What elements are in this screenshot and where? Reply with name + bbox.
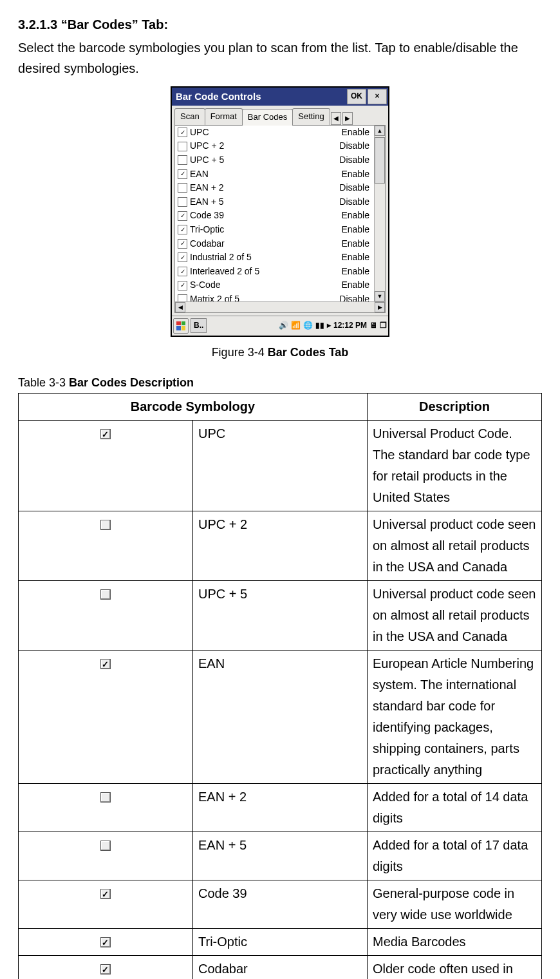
row-checkbox-cell: [19, 651, 193, 784]
row-checkbox-cell: [19, 581, 193, 651]
row-description: Added for a total of 17 data digits: [368, 832, 542, 880]
row-checkbox-cell: [19, 956, 193, 979]
tab-scroll-left-icon[interactable]: ◀: [331, 112, 341, 125]
tab-scan[interactable]: Scan: [174, 108, 205, 125]
symbology-name: Interleaved 2 of 5: [190, 265, 259, 278]
checkbox-icon[interactable]: ✓: [178, 225, 187, 234]
scroll-left-icon[interactable]: ◀: [175, 302, 185, 312]
header-symbology: Barcode Symbology: [19, 394, 368, 421]
row-checkbox-cell: [19, 832, 193, 880]
row-checkbox-cell: [19, 421, 193, 511]
row-checkbox-cell: [19, 784, 193, 832]
checkbox-icon[interactable]: ✓: [178, 239, 187, 249]
clock[interactable]: 12:12 PM: [333, 319, 367, 332]
checkbox-icon[interactable]: [178, 142, 187, 151]
symbology-row[interactable]: ✓S-CodeEnable: [175, 278, 385, 292]
ok-button[interactable]: OK: [347, 89, 366, 104]
row-description: Universal Product Code. The standard bar…: [368, 421, 542, 511]
checkbox-icon[interactable]: [178, 197, 187, 207]
symbology-row[interactable]: ✓UPCEnable: [175, 126, 385, 140]
scroll-down-icon[interactable]: ▼: [375, 291, 385, 301]
symbology-name: UPC + 5: [190, 154, 224, 167]
checkbox-icon: [100, 889, 111, 899]
tab-scroll-right-icon[interactable]: ▶: [342, 112, 353, 125]
volume-icon[interactable]: 🔊: [279, 319, 288, 332]
row-description: General-purpose code in very wide use wo…: [368, 880, 542, 929]
start-button[interactable]: [173, 318, 189, 334]
checkbox-icon[interactable]: ✓: [178, 128, 187, 137]
row-symbology: EAN: [193, 651, 368, 784]
symbology-row[interactable]: ✓CodabarEnable: [175, 237, 385, 251]
checkbox-icon[interactable]: ✓: [178, 281, 187, 290]
table-row: UPC + 2Universal product code seen on al…: [19, 511, 542, 581]
symbology-name: EAN + 2: [190, 182, 224, 195]
windows-flag-icon: [176, 321, 185, 330]
figure-caption-bold: Bar Codes Tab: [268, 346, 349, 359]
symbology-row[interactable]: ✓Industrial 2 of 5Enable: [175, 251, 385, 265]
taskbar-app-button[interactable]: B..: [191, 318, 207, 333]
symbology-name: Industrial 2 of 5: [190, 251, 252, 264]
scroll-right-icon[interactable]: ▶: [375, 302, 385, 312]
desktop-icon[interactable]: 🖥: [369, 319, 377, 332]
symbology-row[interactable]: ✓Tri-OpticEnable: [175, 223, 385, 237]
row-symbology: EAN + 2: [193, 784, 368, 832]
symbology-row[interactable]: UPC + 2Disable: [175, 139, 385, 153]
checkbox-icon: [100, 659, 111, 669]
tab-setting[interactable]: Setting: [292, 108, 330, 125]
horizontal-scrollbar[interactable]: ◀ ▶: [175, 301, 385, 312]
network-icon[interactable]: 🌐: [303, 319, 313, 332]
signal-icon[interactable]: 📶: [291, 319, 301, 332]
vertical-scrollbar[interactable]: ▲ ▼: [374, 126, 385, 301]
symbology-row[interactable]: ✓Code 39Enable: [175, 209, 385, 223]
symbology-list-frame: ✓UPCEnableUPC + 2DisableUPC + 5Disable✓E…: [174, 125, 386, 313]
row-symbology: EAN + 5: [193, 832, 368, 880]
checkbox-icon: [100, 589, 111, 600]
symbology-row[interactable]: ✓EANEnable: [175, 167, 385, 182]
symbology-row[interactable]: EAN + 2Disable: [175, 181, 385, 195]
table-caption: Table 3-3 Bar Codes Description: [18, 374, 542, 392]
symbology-list[interactable]: ✓UPCEnableUPC + 2DisableUPC + 5Disable✓E…: [175, 126, 385, 301]
window-title: Bar Code Controls: [176, 89, 347, 104]
checkbox-icon: [100, 841, 111, 851]
table-row: EAN + 2Added for a total of 14 data digi…: [19, 784, 542, 832]
close-button[interactable]: ×: [368, 89, 387, 104]
table-row: CodabarOlder code often used in library …: [19, 956, 542, 979]
table-row: UPCUniversal Product Code. The standard …: [19, 421, 542, 511]
taskbar: B.. 🔊 📶 🌐 ▮▮ ▸ 12:12 PM 🖥 ❐: [172, 316, 388, 336]
row-checkbox-cell: [19, 929, 193, 956]
table-caption-prefix: Table 3-3: [18, 376, 69, 389]
battery-icon[interactable]: ▮▮: [315, 319, 324, 332]
checkbox-icon[interactable]: [178, 155, 187, 165]
windows-icon[interactable]: ❐: [380, 319, 387, 332]
barcode-controls-window: Bar Code Controls OK × ScanFormatBar Cod…: [171, 86, 389, 337]
tab-format[interactable]: Format: [205, 108, 243, 125]
row-symbology: Tri-Optic: [193, 929, 368, 956]
symbology-name: UPC + 2: [190, 140, 224, 153]
symbology-name: Codabar: [190, 238, 225, 251]
checkbox-icon[interactable]: [178, 183, 187, 193]
checkbox-icon[interactable]: ✓: [178, 267, 187, 276]
symbology-name: S-Code: [190, 279, 220, 292]
row-symbology: UPC + 2: [193, 511, 368, 581]
checkbox-icon[interactable]: ✓: [178, 252, 187, 262]
symbology-name: UPC: [190, 126, 209, 139]
scroll-up-icon[interactable]: ▲: [375, 126, 385, 136]
table-row: Tri-OpticMedia Barcodes: [19, 929, 542, 956]
symbology-name: EAN: [190, 168, 209, 181]
checkbox-icon[interactable]: [178, 294, 187, 301]
window-titlebar: Bar Code Controls OK ×: [172, 88, 388, 106]
symbology-row[interactable]: UPC + 5Disable: [175, 153, 385, 167]
symbology-row[interactable]: Matrix 2 of 5Disable: [175, 292, 385, 301]
header-description: Description: [368, 394, 542, 421]
symbology-row[interactable]: EAN + 5Disable: [175, 195, 385, 209]
scroll-thumb[interactable]: [375, 137, 385, 184]
symbology-name: EAN + 5: [190, 196, 224, 209]
checkbox-icon[interactable]: ✓: [178, 211, 187, 221]
row-description: Older code often used in library systems…: [368, 956, 542, 979]
checkbox-icon[interactable]: ✓: [178, 169, 187, 179]
symbology-name: Tri-Optic: [190, 223, 224, 236]
checkbox-icon: [100, 429, 111, 439]
tab-bar-codes[interactable]: Bar Codes: [242, 109, 293, 126]
row-symbology: Code 39: [193, 880, 368, 929]
symbology-row[interactable]: ✓Interleaved 2 of 5Enable: [175, 265, 385, 279]
